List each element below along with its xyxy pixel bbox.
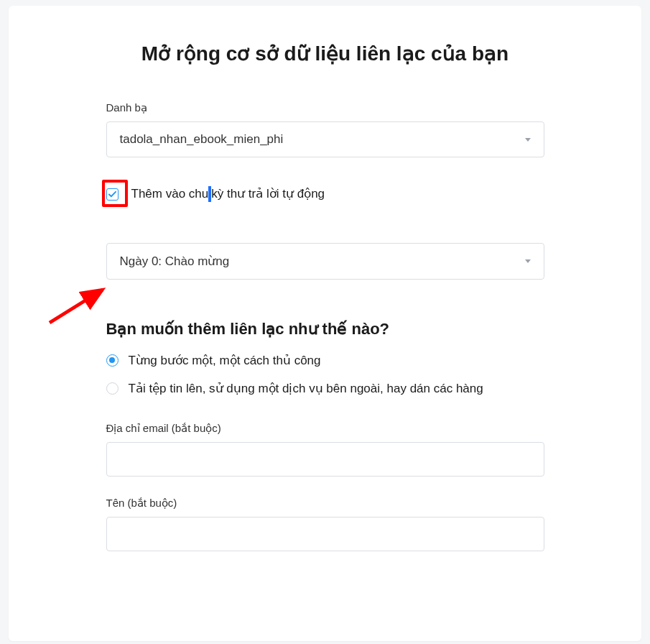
- radio-unselected-icon: [106, 382, 119, 395]
- name-label: Tên (bắt buộc): [106, 497, 544, 510]
- radio-label: Từng bước một, một cách thủ công: [129, 353, 321, 368]
- contact-list-selected: tadola_nhan_ebook_mien_phi: [120, 132, 284, 147]
- autoresponder-checkbox-label: Thêm vào chukỳ thư trả lời tự động: [131, 186, 325, 203]
- email-field[interactable]: [106, 442, 544, 477]
- name-field[interactable]: [106, 517, 544, 551]
- radio-option-upload[interactable]: Tải tệp tin lên, sử dụng một dịch vụ bên…: [106, 381, 544, 396]
- autoresponder-cycle-select[interactable]: Ngày 0: Chào mừng: [106, 243, 544, 280]
- text-cursor: [208, 186, 211, 202]
- check-icon: [108, 190, 116, 198]
- how-add-heading: Bạn muốn thêm liên lạc như thế nào?: [106, 320, 544, 339]
- radio-selected-icon: [106, 354, 119, 367]
- page-title: Mở rộng cơ sở dữ liệu liên lạc của bạn: [106, 42, 544, 65]
- contact-list-label: Danh bạ: [106, 101, 544, 114]
- radio-option-manual[interactable]: Từng bước một, một cách thủ công: [106, 353, 544, 368]
- radio-label: Tải tệp tin lên, sử dụng một dịch vụ bên…: [129, 381, 483, 396]
- chevron-down-icon: [525, 259, 531, 263]
- autoresponder-checkbox[interactable]: [106, 188, 119, 201]
- form-card: Mở rộng cơ sở dữ liệu liên lạc của bạn D…: [9, 6, 641, 641]
- chevron-down-icon: [525, 138, 531, 142]
- contact-list-select[interactable]: tadola_nhan_ebook_mien_phi: [106, 121, 544, 157]
- email-label: Địa chỉ email (bắt buộc): [106, 422, 544, 435]
- cycle-selected: Ngày 0: Chào mừng: [120, 254, 230, 269]
